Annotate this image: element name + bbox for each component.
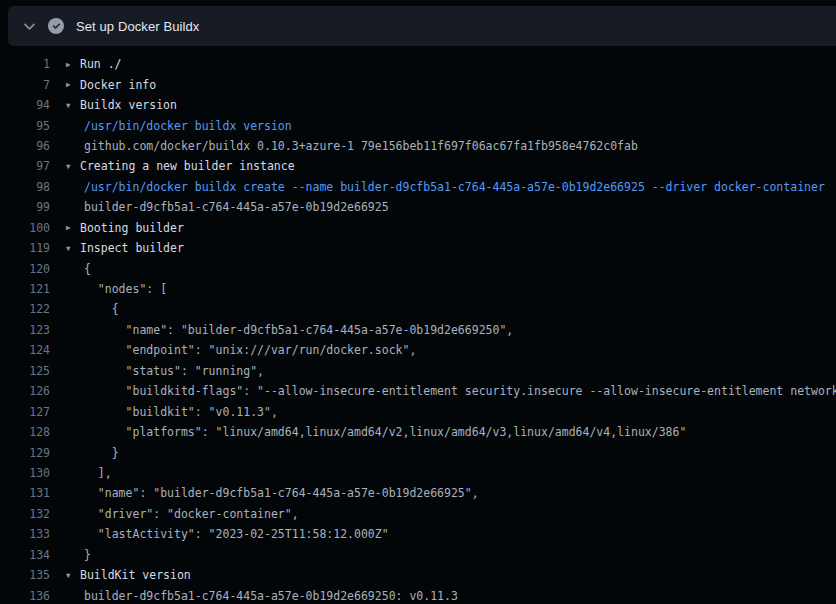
log-line: 123 "name": "builder-d9cfb5a1-c764-445a-… xyxy=(0,320,836,340)
log-line: 121 "nodes": [ xyxy=(0,279,836,299)
group-expanded-arrow-icon: ▼ xyxy=(66,161,80,170)
log-line: 131 "name": "builder-d9cfb5a1-c764-445a-… xyxy=(0,483,836,503)
line-number[interactable]: 124 xyxy=(0,343,50,357)
log-line-text: BuildKit version xyxy=(80,568,191,582)
log-line-text: Run ./ xyxy=(80,57,122,71)
log-line: 98 /usr/bin/docker buildx create --name … xyxy=(0,177,836,197)
line-number[interactable]: 125 xyxy=(0,364,50,378)
log-group-toggle[interactable]: ▼Buildx version xyxy=(66,98,177,112)
log-line: 127 "buildkit": "v0.11.3", xyxy=(0,401,836,421)
collapse-step-button[interactable] xyxy=(18,15,40,37)
line-number[interactable]: 95 xyxy=(0,119,50,133)
group-expanded-arrow-icon: ▼ xyxy=(66,243,80,252)
group-collapsed-arrow-icon: ▶ xyxy=(66,223,80,232)
log-line-text: "platforms": "linux/amd64,linux/amd64/v2… xyxy=(84,425,686,439)
log-line: 122 { xyxy=(0,299,836,319)
line-number[interactable]: 121 xyxy=(0,282,50,296)
log-line: 129 } xyxy=(0,442,836,462)
log-line-text: } xyxy=(84,548,91,562)
group-expanded-arrow-icon: ▼ xyxy=(66,100,80,109)
line-number[interactable]: 119 xyxy=(0,241,50,255)
log-line: 130 ], xyxy=(0,463,836,483)
line-number[interactable]: 123 xyxy=(0,323,50,337)
log-line: 135 ▼BuildKit version xyxy=(0,565,836,585)
step-title: Set up Docker Buildx xyxy=(76,19,199,34)
line-number[interactable]: 99 xyxy=(0,200,50,214)
line-number[interactable]: 120 xyxy=(0,262,50,276)
line-number[interactable]: 129 xyxy=(0,446,50,460)
log-line: 7 ▶Docker info xyxy=(0,74,836,94)
log-line-text: { xyxy=(84,302,119,316)
log-line: 128 "platforms": "linux/amd64,linux/amd6… xyxy=(0,422,836,442)
line-number[interactable]: 94 xyxy=(0,98,50,112)
log-line-text: "name": "builder-d9cfb5a1-c764-445a-a57e… xyxy=(84,486,479,500)
log-group-toggle[interactable]: ▶Run ./ xyxy=(66,57,122,71)
chevron-down-icon xyxy=(22,19,37,34)
log-line-text: Inspect builder xyxy=(80,241,184,255)
check-circle-icon xyxy=(48,18,64,34)
log-line-text: Creating a new builder instance xyxy=(80,159,295,173)
log-line-text: /usr/bin/docker buildx create --name bui… xyxy=(84,180,825,194)
line-number[interactable]: 1 xyxy=(0,57,50,71)
log-viewer: 1 ▶Run ./ 7 ▶Docker info 94 ▼Buildx vers… xyxy=(0,46,836,604)
line-number[interactable]: 128 xyxy=(0,425,50,439)
log-line-text: "status": "running", xyxy=(84,364,264,378)
line-number[interactable]: 135 xyxy=(0,568,50,582)
group-collapsed-arrow-icon: ▶ xyxy=(66,80,80,89)
log-line-text: "buildkitd-flags": "--allow-insecure-ent… xyxy=(84,384,836,398)
log-line-text: { xyxy=(84,262,91,276)
log-line: 119 ▼Inspect builder xyxy=(0,238,836,258)
log-line: 96 github.com/docker/buildx 0.10.3+azure… xyxy=(0,136,836,156)
log-group-toggle[interactable]: ▼Inspect builder xyxy=(66,241,184,255)
log-line: 120 { xyxy=(0,258,836,278)
log-group-toggle[interactable]: ▶Booting builder xyxy=(66,221,184,235)
log-line-text: ], xyxy=(84,466,112,480)
log-line-text: github.com/docker/buildx 0.10.3+azure-1 … xyxy=(84,139,638,153)
log-line: 136 builder-d9cfb5a1-c764-445a-a57e-0b19… xyxy=(0,585,836,604)
line-number[interactable]: 131 xyxy=(0,486,50,500)
log-line: 132 "driver": "docker-container", xyxy=(0,504,836,524)
group-expanded-arrow-icon: ▼ xyxy=(66,570,80,579)
line-number[interactable]: 98 xyxy=(0,180,50,194)
log-line-text: } xyxy=(84,446,119,460)
log-line: 134 } xyxy=(0,545,836,565)
log-group-toggle[interactable]: ▼Creating a new builder instance xyxy=(66,159,295,173)
log-line: 125 "status": "running", xyxy=(0,361,836,381)
log-line: 1 ▶Run ./ xyxy=(0,54,836,74)
log-group-toggle[interactable]: ▼BuildKit version xyxy=(66,568,191,582)
log-line-text: "endpoint": "unix:///var/run/docker.sock… xyxy=(84,343,416,357)
log-line: 100 ▶Booting builder xyxy=(0,218,836,238)
line-number[interactable]: 127 xyxy=(0,405,50,419)
group-collapsed-arrow-icon: ▶ xyxy=(66,59,80,68)
log-line-text: builder-d9cfb5a1-c764-445a-a57e-0b19d2e6… xyxy=(84,589,458,603)
line-number[interactable]: 7 xyxy=(0,78,50,92)
log-line-text: /usr/bin/docker buildx version xyxy=(84,119,292,133)
line-number[interactable]: 96 xyxy=(0,139,50,153)
line-number[interactable]: 136 xyxy=(0,589,50,603)
log-line-text: Buildx version xyxy=(80,98,177,112)
line-number[interactable]: 134 xyxy=(0,548,50,562)
line-number[interactable]: 122 xyxy=(0,302,50,316)
line-number[interactable]: 97 xyxy=(0,159,50,173)
line-number[interactable]: 100 xyxy=(0,221,50,235)
log-line: 97 ▼Creating a new builder instance xyxy=(0,156,836,176)
log-line: 124 "endpoint": "unix:///var/run/docker.… xyxy=(0,340,836,360)
step-header[interactable]: Set up Docker Buildx xyxy=(8,6,836,46)
log-line-text: "buildkit": "v0.11.3", xyxy=(84,405,278,419)
log-line-text: "driver": "docker-container", xyxy=(84,507,299,521)
line-number[interactable]: 133 xyxy=(0,527,50,541)
log-line-text: Docker info xyxy=(80,78,156,92)
log-group-toggle[interactable]: ▶Docker info xyxy=(66,78,156,92)
log-line-text: "name": "builder-d9cfb5a1-c764-445a-a57e… xyxy=(84,323,513,337)
line-number[interactable]: 132 xyxy=(0,507,50,521)
log-line-text: "lastActivity": "2023-02-25T11:58:12.000… xyxy=(84,527,389,541)
log-line-text: Booting builder xyxy=(80,221,184,235)
log-line: 95 /usr/bin/docker buildx version xyxy=(0,115,836,135)
line-number[interactable]: 126 xyxy=(0,384,50,398)
log-line: 126 "buildkitd-flags": "--allow-insecure… xyxy=(0,381,836,401)
log-line: 133 "lastActivity": "2023-02-25T11:58:12… xyxy=(0,524,836,544)
log-line-text: "nodes": [ xyxy=(84,282,167,296)
log-line-text: builder-d9cfb5a1-c764-445a-a57e-0b19d2e6… xyxy=(84,200,389,214)
log-line: 94 ▼Buildx version xyxy=(0,95,836,115)
line-number[interactable]: 130 xyxy=(0,466,50,480)
